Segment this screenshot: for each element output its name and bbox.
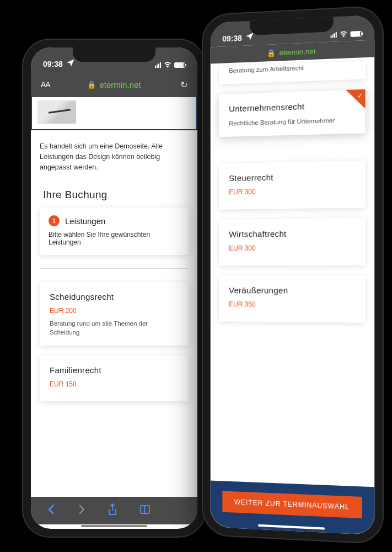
service-price: EUR 200: [50, 307, 179, 315]
bookmarks-button[interactable]: [139, 505, 151, 517]
lock-icon: 🔒: [267, 49, 276, 57]
service-price: EUR 300: [229, 244, 355, 252]
location-icon: [66, 58, 76, 70]
reload-icon[interactable]: ↻: [180, 79, 187, 90]
signal-icon: [331, 32, 337, 38]
phone-mockup-right: 09:38 🔒 etermin.net Beratung zum Arbeits…: [203, 7, 383, 544]
wifi-icon: [339, 30, 348, 39]
service-price: EUR 300: [229, 187, 355, 197]
share-button[interactable]: [108, 503, 117, 518]
service-desc: Rechtliche Beratung für Unternehmer: [229, 115, 355, 128]
wifi-icon: [163, 61, 172, 70]
service-title: Veräußerungen: [229, 285, 355, 295]
safari-toolbar: ⧉: [31, 497, 197, 524]
service-title: Wirtschaftrecht: [229, 229, 355, 239]
service-card-veraeusserungen[interactable]: Veräußerungen EUR 350: [219, 275, 365, 323]
step-card: 1 Leistungen Bitte wählen Sie Ihre gewün…: [40, 208, 189, 255]
step-label: Leistungen: [65, 216, 105, 226]
service-title: Unternehmensrecht: [229, 100, 355, 114]
phone-screen-left: 09:38 AA 🔒 etermin.net ↻ Es: [31, 47, 197, 529]
booking-heading: Ihre Buchung: [31, 179, 197, 208]
home-indicator[interactable]: [81, 525, 147, 527]
url-domain: etermin.net: [279, 47, 315, 57]
hero-image: [37, 100, 76, 124]
service-card-steuerrecht[interactable]: Steuerrecht EUR 300: [219, 161, 365, 210]
continue-button[interactable]: WEITER ZUR TERMINAUSWAHL: [222, 491, 362, 518]
service-title: Scheidungsrecht: [50, 292, 179, 301]
back-button[interactable]: [47, 504, 55, 518]
service-card-familienrecht[interactable]: Familienrecht EUR 150: [40, 355, 189, 401]
battery-icon: [174, 62, 185, 68]
service-price: EUR 150: [50, 380, 179, 388]
page-content-right: Beratung zum Arbeitsrecht Unternehmensre…: [211, 57, 375, 535]
battery-icon: [351, 31, 362, 37]
service-card-scheidungsrecht[interactable]: Scheidungsrecht EUR 200 Beratung rund um…: [40, 282, 189, 346]
step-subtext: Bitte wählen Sie Ihre gewünschten Leistu…: [49, 231, 180, 246]
divider: [40, 268, 189, 269]
notch: [73, 47, 155, 62]
demo-notice: Es handelt sich um eine Demoseite. Alle …: [31, 136, 197, 179]
selected-check-icon: [346, 89, 365, 109]
service-card-partial-top[interactable]: Beratung zum Arbeitsrecht: [219, 61, 365, 84]
service-price: EUR 350: [229, 300, 355, 309]
lock-icon: 🔒: [87, 81, 96, 89]
service-card-wirtschaftrecht[interactable]: Wirtschaftrecht EUR 300: [219, 218, 365, 266]
forward-button: [78, 504, 85, 518]
step-number-badge: 1: [49, 215, 60, 226]
phone-screen-right: 09:38 🔒 etermin.net Beratung zum Arbeits…: [211, 15, 375, 535]
service-title: Familienrecht: [50, 365, 179, 375]
url-domain: etermin.net: [99, 80, 141, 89]
hero-banner: [31, 97, 197, 130]
page-content-left: Es handelt sich um eine Demoseite. Alle …: [31, 97, 197, 501]
service-card-unternehmensrecht[interactable]: Unternehmensrecht Rechtliche Beratung fü…: [219, 89, 365, 137]
status-time: 09:38: [222, 33, 241, 43]
service-desc: Beratung rund um alle Themen der Scheidu…: [50, 319, 179, 337]
status-time: 09:38: [43, 60, 63, 68]
signal-icon: [155, 62, 161, 68]
service-desc: Beratung zum Arbeitsrecht: [229, 61, 355, 75]
service-title: Steuerrecht: [229, 171, 355, 183]
phone-mockup-left: 09:38 AA 🔒 etermin.net ↻ Es: [23, 40, 205, 537]
browser-url-bar[interactable]: AA 🔒 etermin.net ↻: [31, 72, 197, 97]
text-size-button[interactable]: AA: [41, 80, 50, 89]
